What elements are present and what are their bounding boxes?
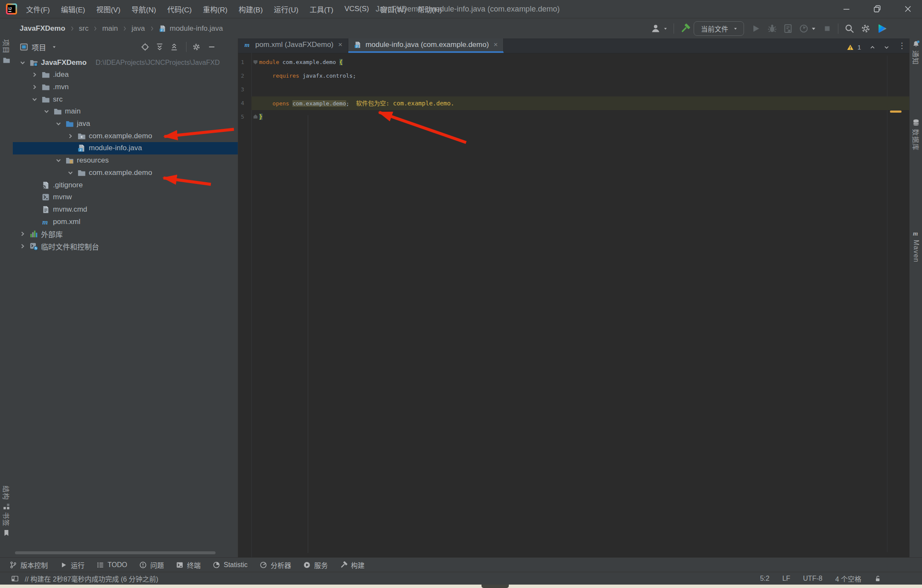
fold-marker-icon[interactable] xyxy=(252,114,259,120)
tree-chevron-right-icon[interactable] xyxy=(31,83,38,91)
code-line[interactable]: requires javafx.controls; xyxy=(259,69,356,83)
tree-chevron-right-icon[interactable] xyxy=(67,132,74,140)
tool-window-button-TODO[interactable]: TODO xyxy=(96,561,127,569)
profiler-caret-down-icon[interactable] xyxy=(810,25,817,32)
tree-chevron-down-icon[interactable] xyxy=(31,96,38,103)
code-line[interactable]: opens com.example.demo; 软件包为空: com.examp… xyxy=(259,96,454,110)
menu-item[interactable]: 代码(C) xyxy=(162,4,198,15)
tree-chevron-down-icon[interactable] xyxy=(67,169,74,177)
editor-tab[interactable]: mpom.xml (JavaFXDemo)× xyxy=(238,38,348,53)
tree-chevron-right-icon[interactable] xyxy=(31,71,38,79)
tree-chevron-down-icon[interactable] xyxy=(19,59,26,67)
code-editor[interactable]: 1module com.example.demo {2 requires jav… xyxy=(238,53,909,557)
code-line[interactable]: } xyxy=(259,110,263,124)
tree-item-外部库[interactable]: 外部库 xyxy=(13,228,238,240)
maven-icon: m xyxy=(41,218,50,226)
tree-chevron-down-icon[interactable] xyxy=(55,157,62,164)
breadcrumb-item[interactable]: JavaFXDemo xyxy=(20,24,65,33)
search-everywhere-icon[interactable] xyxy=(844,23,855,34)
tree-item-com.example.demo[interactable]: com.example.demo xyxy=(13,166,238,179)
fold-marker-icon[interactable] xyxy=(252,59,259,65)
line-separator[interactable]: LF xyxy=(782,575,791,582)
menu-item[interactable]: 重构(R) xyxy=(197,4,233,15)
tree-item-.idea[interactable]: .idea xyxy=(13,69,238,81)
plugin-logo-icon[interactable] xyxy=(877,23,888,34)
layout-toggle-icon[interactable] xyxy=(11,575,19,582)
menu-item[interactable]: 编辑(E) xyxy=(55,4,91,15)
tree-item-com.example.demo[interactable]: com.example.demo xyxy=(13,130,238,142)
breadcrumb-item[interactable]: module-info.java xyxy=(170,24,223,33)
caret-position[interactable]: 5:2 xyxy=(760,575,769,582)
tree-item-JavaFXDemo[interactable]: JavaFXDemoD:\IDEAProjects\JCNCProjects\J… xyxy=(13,56,238,69)
code-line[interactable]: module com.example.demo { xyxy=(259,55,343,69)
run-play-icon[interactable] xyxy=(751,23,761,34)
tool-stripe-button-书签[interactable]: 书签 xyxy=(0,512,13,537)
tree-chevron-right-icon[interactable] xyxy=(19,230,26,238)
stop-icon[interactable] xyxy=(823,24,832,33)
tool-window-button-服务[interactable]: 服务 xyxy=(303,560,328,570)
user-caret-down-icon[interactable] xyxy=(662,26,668,32)
tree-item-mvnw[interactable]: mvnw xyxy=(13,191,238,204)
tree-chevron-down-icon[interactable] xyxy=(55,120,62,128)
tree-item-resources[interactable]: resources xyxy=(13,154,238,167)
tree-chevron-down-icon[interactable] xyxy=(43,108,50,115)
lock-open-icon[interactable] xyxy=(874,575,881,582)
tool-window-button-运行[interactable]: 运行 xyxy=(60,560,85,570)
tree-item-pom.xml[interactable]: mpom.xml xyxy=(13,215,238,228)
menu-item[interactable]: 构建(B) xyxy=(233,4,268,15)
tool-stripe-button-数据库[interactable]: 数据库 xyxy=(910,119,922,151)
tool-window-button-分析器[interactable]: 分析器 xyxy=(260,560,291,570)
inspection-widget[interactable]: 1 xyxy=(847,44,890,51)
user-account-icon[interactable] xyxy=(651,23,661,34)
previous-problem-chevron-up-icon[interactable] xyxy=(869,44,876,51)
warning-stripe-mark[interactable] xyxy=(890,111,902,113)
tree-item-main[interactable]: main xyxy=(13,105,238,118)
menu-item[interactable]: 视图(V) xyxy=(90,4,126,15)
menu-item[interactable]: 文件(F) xyxy=(20,4,55,15)
tree-chevron-right-icon[interactable] xyxy=(19,242,26,250)
tree-item-src[interactable]: src xyxy=(13,93,238,105)
tree-item-module-info.java[interactable]: Jmodule-info.java xyxy=(13,142,238,154)
profiler-icon[interactable] xyxy=(799,23,809,34)
breadcrumb-item[interactable]: main xyxy=(102,24,118,33)
editor-tab[interactable]: Jmodule-info.java (com.example.demo)× xyxy=(348,38,504,53)
tab-close-icon[interactable]: × xyxy=(338,41,342,49)
menu-item[interactable]: 导航(N) xyxy=(126,4,162,15)
tab-options-kebab-icon[interactable]: ⋮ xyxy=(898,38,906,53)
breadcrumb-item[interactable]: java xyxy=(131,24,145,33)
tree-item-java[interactable]: java xyxy=(13,118,238,130)
tree-item-.gitignore[interactable]: .gitignore xyxy=(13,179,238,191)
indent-setting[interactable]: 4 个空格 xyxy=(835,573,861,584)
tree-item-.mvn[interactable]: .mvn xyxy=(13,81,238,93)
tool-window-button-问题[interactable]: 问题 xyxy=(139,560,164,570)
tool-window-button-Statistic[interactable]: Statistic xyxy=(213,561,248,569)
tool-stripe-button-Maven[interactable]: mMaven xyxy=(910,230,922,262)
tool-stripe-button-通知[interactable]: 通知 xyxy=(910,40,922,65)
tool-stripe-button-结构[interactable]: 结构 xyxy=(0,486,13,510)
horizontal-scrollbar[interactable] xyxy=(15,551,216,554)
tool-stripe-button-项目[interactable]: 项目 xyxy=(0,39,13,64)
tab-close-icon[interactable]: × xyxy=(493,41,498,49)
run-configuration-combo[interactable]: 当前文件 xyxy=(694,21,744,36)
tool-window-button-版本控制[interactable]: 版本控制 xyxy=(9,560,48,570)
tool-window-button-终端[interactable]: 终端 xyxy=(176,560,201,570)
breadcrumb-item[interactable]: src xyxy=(79,24,89,33)
run-with-coverage-icon[interactable] xyxy=(783,23,793,34)
tool-window-button-构建[interactable]: 构建 xyxy=(340,560,365,570)
menu-item[interactable]: 运行(U) xyxy=(268,4,304,15)
tree-item-label: main xyxy=(65,107,81,116)
menu-item[interactable]: 工具(T) xyxy=(304,4,339,15)
menu-item[interactable]: VCS(S) xyxy=(339,5,375,13)
close-button[interactable] xyxy=(901,0,915,18)
debug-bug-icon[interactable] xyxy=(767,23,777,34)
file-encoding[interactable]: UTF-8 xyxy=(803,575,822,582)
restore-button[interactable] xyxy=(870,0,884,18)
next-problem-chevron-down-icon[interactable] xyxy=(883,44,890,51)
tree-item-mvnw.cmd[interactable]: mvnw.cmd xyxy=(13,203,238,215)
tree-item-临时文件和控制台[interactable]: 临时文件和控制台 xyxy=(13,240,238,253)
build-hammer-icon[interactable] xyxy=(680,23,690,34)
editor-tab-label: module-info.java (com.example.demo) xyxy=(365,41,489,49)
minimize-button[interactable] xyxy=(839,0,854,18)
bookmark-icon xyxy=(3,529,10,537)
settings-gear-icon[interactable] xyxy=(861,23,871,34)
